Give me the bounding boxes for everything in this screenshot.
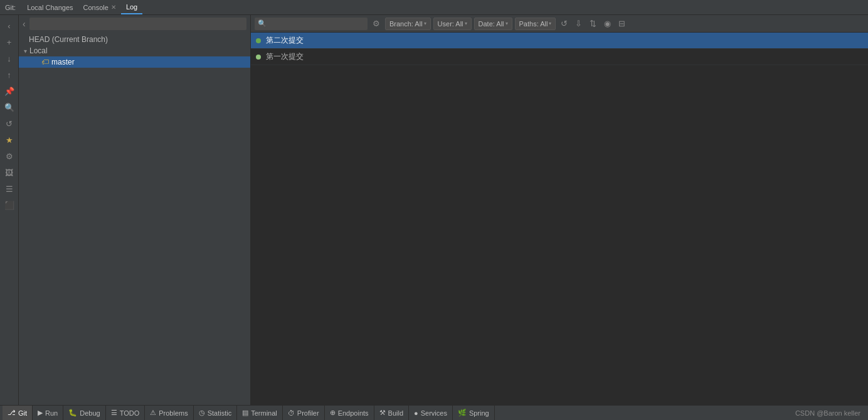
user-filter-label: User: All: [438, 20, 463, 28]
bottom-tab-spring[interactable]: 🌿 Spring: [453, 406, 495, 420]
user-caret-icon: ▾: [465, 21, 467, 26]
console-close-icon[interactable]: ✕: [111, 4, 116, 11]
sidebar-push-icon[interactable]: ↑: [2, 67, 17, 82]
bottom-tab-problems[interactable]: ⚠ Problems: [145, 406, 193, 420]
paths-caret-icon: ▾: [549, 21, 551, 26]
left-panel-toolbar: ‹: [19, 15, 250, 33]
top-tab-bar: Git: Local Changes Console ✕ Log: [0, 0, 868, 15]
sidebar-pull-icon[interactable]: ↓: [2, 51, 17, 66]
bottom-tab-terminal[interactable]: ▤ Terminal: [237, 406, 283, 420]
bottom-tab-run[interactable]: ▶ Run: [33, 406, 63, 420]
todo-icon: ☰: [111, 409, 117, 417]
branch-filter-button[interactable]: Branch: All ▾: [385, 18, 431, 30]
debug-icon: 🐛: [68, 409, 77, 417]
profiler-icon: ⏱: [288, 409, 295, 417]
gear-filter-button[interactable]: ⚙: [370, 18, 383, 29]
bottom-tab-endpoints[interactable]: ⊕ Endpoints: [325, 406, 374, 420]
spring-icon: 🌿: [458, 409, 467, 417]
date-filter-button[interactable]: Date: All ▾: [474, 18, 512, 30]
eye-toolbar-button[interactable]: ◉: [601, 18, 613, 29]
sidebar-settings-icon[interactable]: ⚙: [2, 149, 17, 164]
branch-caret-icon: ▾: [424, 21, 426, 26]
bottom-bar: ⎇ Git ▶ Run 🐛 Debug ☰ TODO ⚠ Problems ◷ …: [0, 405, 868, 420]
branch-filter-label: Branch: All: [389, 20, 423, 28]
tab-log[interactable]: Log: [121, 0, 142, 14]
spring-label: Spring: [469, 409, 489, 417]
master-branch-item[interactable]: 🏷 master: [19, 56, 250, 68]
build-label: Build: [388, 409, 403, 417]
bottom-tab-git[interactable]: ⎇ Git: [3, 406, 33, 420]
fetch-toolbar-button[interactable]: ⇩: [573, 18, 585, 29]
problems-icon: ⚠: [150, 409, 156, 417]
sidebar-star-icon[interactable]: ★: [2, 132, 17, 147]
debug-label: Debug: [80, 409, 100, 417]
commit-item[interactable]: 第二次提交: [251, 33, 868, 49]
local-label: Local: [29, 46, 48, 55]
services-icon: ●: [414, 409, 418, 417]
filter-toolbar-button[interactable]: ⊟: [616, 18, 628, 29]
sidebar-image-icon[interactable]: 🖼: [2, 165, 17, 180]
bottom-tab-services[interactable]: ● Services: [409, 406, 453, 420]
sidebar-back-icon[interactable]: ‹: [2, 18, 17, 33]
bottom-right-label: CSDN @Baron keller: [795, 409, 865, 417]
commit-dot-icon: [256, 55, 261, 60]
bottom-tab-build[interactable]: ⚒ Build: [374, 406, 409, 420]
commit-search-input[interactable]: [255, 18, 368, 30]
bottom-tab-debug[interactable]: 🐛 Debug: [63, 406, 105, 420]
git-label: Git:: [3, 3, 18, 13]
right-toolbar: 🔍 ⚙ Branch: All ▾ User: All ▾ Date: All …: [251, 15, 868, 33]
bottom-tab-todo[interactable]: ☰ TODO: [106, 406, 146, 420]
statistic-label: Statistic: [208, 409, 232, 417]
bottom-tab-profiler[interactable]: ⏱ Profiler: [283, 406, 325, 420]
sidebar-search-icon[interactable]: 🔍: [2, 100, 17, 115]
statistic-icon: ◷: [199, 409, 205, 417]
commit-item[interactable]: 第一次提交: [251, 49, 868, 65]
todo-label: TODO: [120, 409, 140, 417]
commit-dot-icon: [256, 38, 261, 43]
date-caret-icon: ▾: [505, 21, 508, 26]
profiler-label: Profiler: [297, 409, 319, 417]
date-filter-label: Date: All: [479, 20, 504, 28]
commit-message: 第一次提交: [266, 51, 304, 62]
sidebar-icons: ‹ + ↓ ↑ 📌 🔍 ↺ ★ ⚙ 🖼 ☰ ⬛: [0, 15, 19, 405]
run-label: Run: [45, 409, 58, 417]
commit-message: 第二次提交: [266, 35, 304, 46]
run-icon: ▶: [38, 409, 43, 417]
local-section-item[interactable]: ▾ Local: [19, 45, 250, 56]
bottom-tab-statistic[interactable]: ◷ Statistic: [194, 406, 238, 420]
git-bottom-icon: ⎇: [8, 409, 16, 417]
sidebar-pin-icon[interactable]: 📌: [2, 83, 17, 98]
master-label: master: [51, 58, 75, 66]
right-panel: 🔍 ⚙ Branch: All ▾ User: All ▾ Date: All …: [251, 15, 868, 405]
build-icon: ⚒: [379, 409, 386, 417]
problems-label: Problems: [159, 409, 188, 417]
head-branch-item[interactable]: HEAD (Current Branch): [19, 34, 250, 45]
refresh-toolbar-button[interactable]: ↺: [558, 18, 570, 29]
endpoints-label: Endpoints: [338, 409, 369, 417]
paths-filter-label: Paths: All: [519, 20, 548, 28]
local-arrow-icon: ▾: [24, 48, 27, 55]
head-label: HEAD (Current Branch): [29, 35, 108, 44]
left-back-icon[interactable]: ‹: [23, 19, 26, 29]
services-label: Services: [421, 409, 447, 417]
sidebar-forward-icon[interactable]: +: [2, 34, 17, 50]
main-content: ‹ + ↓ ↑ 📌 🔍 ↺ ★ ⚙ 🖼 ☰ ⬛ ‹ HEAD (Current …: [0, 15, 868, 405]
paths-filter-button[interactable]: Paths: All ▾: [515, 18, 556, 30]
branch-tree: HEAD (Current Branch) ▾ Local 🏷 master: [19, 33, 250, 405]
branch-tag-icon: 🏷: [41, 58, 49, 66]
sidebar-refresh-icon[interactable]: ↺: [2, 116, 17, 131]
user-filter-button[interactable]: User: All ▾: [433, 18, 472, 30]
commit-search-icon: 🔍: [258, 19, 267, 28]
endpoints-icon: ⊕: [330, 409, 336, 417]
branch-search-input[interactable]: [29, 18, 246, 30]
commit-search-wrap: 🔍: [255, 18, 368, 30]
tab-local-changes[interactable]: Local Changes: [22, 0, 78, 14]
sort-toolbar-button[interactable]: ⇅: [587, 18, 599, 29]
left-panel: ‹ HEAD (Current Branch) ▾ Local 🏷 master: [19, 15, 251, 405]
tab-console[interactable]: Console ✕: [78, 0, 121, 14]
sidebar-list-icon[interactable]: ☰: [2, 181, 17, 196]
sidebar-align-icon[interactable]: ⬛: [2, 197, 17, 213]
terminal-label: Terminal: [251, 409, 277, 417]
commit-list: 第二次提交第一次提交: [251, 33, 868, 405]
git-bottom-label: Git: [18, 409, 27, 417]
